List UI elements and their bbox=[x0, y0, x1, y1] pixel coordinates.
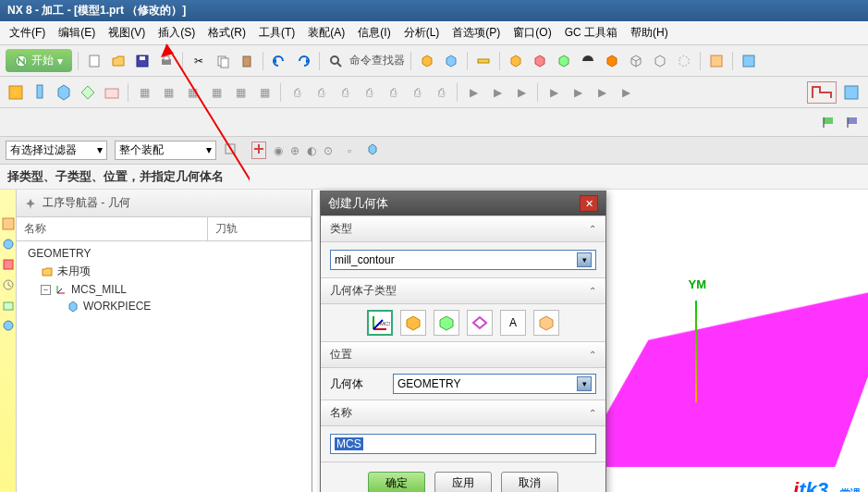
close-button[interactable]: ✕ bbox=[580, 195, 598, 212]
save-icon[interactable] bbox=[132, 51, 153, 71]
cube1-icon[interactable] bbox=[417, 51, 437, 71]
subtype-mcs-icon[interactable]: MCS bbox=[367, 310, 393, 336]
snap-5-icon[interactable]: ▫ bbox=[348, 144, 351, 157]
operation-navigator-panel: 工序导航器 - 几何 名称 刀轨 GEOMETRY 未用项 − MCS_MILL… bbox=[17, 190, 312, 492]
wireframe3-icon[interactable] bbox=[674, 51, 694, 71]
disabled-20-icon: ▶ bbox=[616, 82, 636, 103]
menu-analysis[interactable]: 分析(L) bbox=[398, 23, 446, 43]
chevron-up-icon: ⌃ bbox=[589, 286, 596, 296]
snap-plus-icon[interactable] bbox=[251, 141, 266, 159]
dropdown-arrow-icon: ▾ bbox=[577, 252, 592, 267]
expand-minus-icon[interactable]: − bbox=[41, 285, 51, 295]
snap-6-icon[interactable] bbox=[366, 142, 379, 158]
disabled-3-icon: ▦ bbox=[182, 82, 202, 103]
tool-b-icon[interactable] bbox=[739, 51, 759, 71]
tree-unused[interactable]: 未用项 bbox=[22, 262, 306, 281]
undo-icon[interactable] bbox=[269, 51, 289, 71]
outline-mode-icon[interactable] bbox=[807, 81, 837, 104]
type-dropdown[interactable]: mill_contour ▾ bbox=[330, 250, 596, 270]
measure-icon[interactable] bbox=[473, 51, 494, 71]
subtype-boundary-icon[interactable] bbox=[467, 310, 493, 336]
section-subtype-header[interactable]: 几何体子类型 ⌃ bbox=[321, 277, 605, 304]
menu-assembly[interactable]: 装配(A) bbox=[302, 23, 350, 43]
cube2-icon[interactable] bbox=[441, 51, 461, 71]
paste-icon[interactable] bbox=[237, 51, 257, 71]
dialog-title-bar[interactable]: 创建几何体 ✕ bbox=[321, 191, 605, 215]
menu-window[interactable]: 窗口(O) bbox=[507, 23, 556, 43]
flag-blue-icon[interactable] bbox=[842, 112, 862, 132]
wireframe2-icon[interactable] bbox=[650, 51, 670, 71]
half-sphere-icon[interactable] bbox=[578, 51, 598, 71]
subtype-area-icon[interactable] bbox=[533, 310, 559, 336]
tab-web-icon[interactable] bbox=[2, 319, 15, 332]
filter-row: 有选择过滤器 ▾ 整个装配 ▾ ◉ ⊕ ◐ ⊙ ▫ bbox=[0, 137, 868, 165]
col-toolpath[interactable]: 刀轨 bbox=[208, 217, 312, 240]
geometry-dropdown[interactable]: GEOMETRY ▾ bbox=[393, 374, 596, 394]
print-icon[interactable] bbox=[156, 51, 177, 71]
tab-history-icon[interactable] bbox=[2, 278, 15, 291]
tab-nav-icon[interactable] bbox=[2, 217, 15, 230]
menu-pref[interactable]: 首选项(P) bbox=[446, 23, 506, 43]
copy-icon[interactable] bbox=[213, 51, 233, 71]
solid-mode-icon[interactable] bbox=[840, 81, 862, 104]
cube5-icon[interactable] bbox=[554, 51, 574, 71]
create-prog-icon[interactable]: ⚡ bbox=[6, 82, 26, 103]
disabled-7-icon: ⎙ bbox=[287, 82, 307, 103]
menu-insert[interactable]: 插入(S) bbox=[153, 23, 201, 43]
create-method-icon[interactable] bbox=[78, 82, 98, 103]
snap-2-icon[interactable]: ⊕ bbox=[290, 144, 300, 157]
menu-edit[interactable]: 编辑(E) bbox=[53, 23, 101, 43]
menu-format[interactable]: 格式(R) bbox=[202, 23, 251, 43]
create-geom-icon[interactable] bbox=[54, 82, 74, 103]
new-file-icon[interactable] bbox=[84, 51, 104, 71]
tree-mcs-mill[interactable]: − MCS_MILL bbox=[22, 281, 306, 298]
menu-file[interactable]: 文件(F) bbox=[4, 23, 51, 43]
svg-point-9 bbox=[331, 56, 338, 64]
menu-view[interactable]: 视图(V) bbox=[103, 23, 151, 43]
pin-icon[interactable] bbox=[24, 197, 37, 210]
tab-reuse-icon[interactable] bbox=[2, 258, 15, 271]
snap-4-icon[interactable]: ⊙ bbox=[324, 144, 333, 157]
filter-a-icon[interactable] bbox=[224, 142, 237, 158]
command-finder-icon[interactable] bbox=[325, 51, 346, 71]
snap-1-icon[interactable]: ◉ bbox=[274, 144, 283, 157]
tool-a-icon[interactable] bbox=[706, 51, 727, 71]
start-button[interactable]: 开始 ▾ bbox=[6, 49, 72, 72]
redo-icon[interactable] bbox=[293, 51, 313, 71]
cancel-button[interactable]: 取消 bbox=[501, 472, 558, 492]
subtype-workpiece-icon[interactable] bbox=[400, 310, 426, 336]
assembly-filter-dropdown[interactable]: 整个装配 ▾ bbox=[115, 141, 216, 160]
nav-columns: 名称 刀轨 bbox=[17, 217, 312, 241]
selection-filter-dropdown[interactable]: 有选择过滤器 ▾ bbox=[6, 141, 107, 160]
col-name[interactable]: 名称 bbox=[17, 217, 208, 240]
snap-3-icon[interactable]: ◐ bbox=[307, 144, 316, 157]
cube4-icon[interactable] bbox=[530, 51, 550, 71]
tab-part-icon[interactable] bbox=[2, 238, 15, 251]
cube3-icon[interactable] bbox=[506, 51, 526, 71]
section-name-header[interactable]: 名称 ⌃ bbox=[321, 400, 605, 426]
menu-info[interactable]: 信息(I) bbox=[352, 23, 396, 43]
create-geometry-dialog: 创建几何体 ✕ 类型 ⌃ mill_contour ▾ 几何体子类型 ⌃ MCS… bbox=[320, 191, 606, 492]
menu-tool[interactable]: 工具(T) bbox=[253, 23, 300, 43]
create-op-icon[interactable] bbox=[102, 82, 122, 103]
tab-role-icon[interactable] bbox=[2, 299, 15, 312]
apply-button[interactable]: 应用 bbox=[434, 472, 492, 492]
cut-icon[interactable]: ✂ bbox=[189, 51, 209, 71]
subtype-text-icon[interactable]: A bbox=[500, 310, 526, 336]
svg-rect-5 bbox=[164, 56, 169, 60]
section-position-header[interactable]: 位置 ⌃ bbox=[321, 341, 605, 368]
wireframe1-icon[interactable] bbox=[626, 51, 646, 71]
menu-bar: 文件(F) 编辑(E) 视图(V) 插入(S) 格式(R) 工具(T) 装配(A… bbox=[0, 21, 868, 45]
section-type-header[interactable]: 类型 ⌃ bbox=[321, 215, 605, 242]
menu-gc[interactable]: GC 工具箱 bbox=[559, 23, 623, 43]
menu-help[interactable]: 帮助(H) bbox=[625, 23, 674, 43]
flag-green-icon[interactable] bbox=[818, 112, 838, 132]
ok-button[interactable]: 确定 bbox=[368, 472, 425, 492]
name-input[interactable]: MCS bbox=[330, 434, 596, 454]
tree-root-geometry[interactable]: GEOMETRY bbox=[22, 245, 306, 262]
create-tool-icon[interactable] bbox=[30, 82, 50, 103]
subtype-part-icon[interactable] bbox=[434, 310, 459, 336]
cube6-icon[interactable] bbox=[602, 51, 622, 71]
open-file-icon[interactable] bbox=[108, 51, 128, 71]
tree-workpiece[interactable]: WORKPIECE bbox=[22, 298, 306, 314]
